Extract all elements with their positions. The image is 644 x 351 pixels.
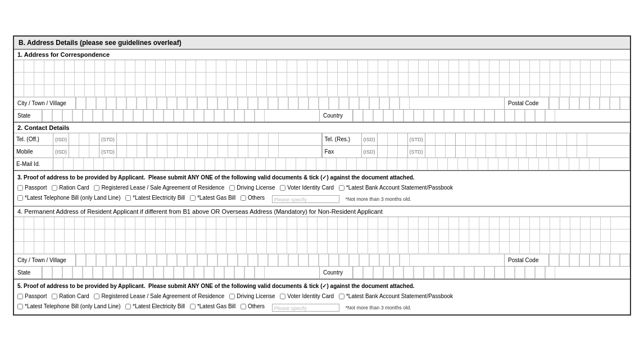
city-cell[interactable] — [329, 97, 339, 109]
char-box[interactable] — [267, 73, 277, 85]
char-box[interactable] — [24, 242, 34, 254]
char-box[interactable] — [570, 60, 580, 73]
char-box[interactable] — [176, 230, 186, 242]
char-box[interactable] — [237, 242, 247, 254]
char-box[interactable] — [75, 230, 85, 242]
checkbox-passport-3-input[interactable] — [17, 185, 23, 191]
email-cell[interactable] — [144, 158, 155, 170]
char-box[interactable] — [510, 230, 520, 242]
char-box[interactable] — [328, 230, 338, 242]
char-box[interactable] — [348, 73, 358, 85]
tel-cell[interactable] — [269, 146, 279, 158]
perm-city-cell[interactable] — [217, 254, 228, 266]
tel-cell[interactable] — [466, 133, 476, 145]
tel-cell[interactable] — [388, 133, 398, 145]
perm-city-cell[interactable] — [389, 254, 400, 266]
tel-cell[interactable] — [178, 146, 188, 158]
perm-city-cell[interactable] — [298, 254, 309, 266]
city-cell[interactable] — [116, 97, 126, 109]
char-box[interactable] — [125, 73, 135, 85]
perm-country-cell[interactable] — [495, 267, 505, 278]
char-box[interactable] — [611, 60, 621, 73]
checkbox-electricity-5[interactable]: *Latest Electricity Bill — [125, 302, 185, 311]
char-box[interactable] — [95, 73, 105, 85]
char-box[interactable] — [439, 230, 449, 242]
char-box[interactable] — [318, 73, 328, 85]
char-box[interactable] — [459, 85, 469, 97]
char-box[interactable] — [459, 60, 469, 73]
tel-cell[interactable] — [69, 133, 79, 145]
checkbox-passport-3[interactable]: Passport — [17, 183, 47, 192]
country-cell[interactable] — [515, 110, 525, 122]
char-box[interactable] — [368, 230, 378, 242]
char-box[interactable] — [75, 60, 85, 73]
city-cell[interactable] — [126, 97, 137, 109]
perm-state-cell[interactable] — [184, 267, 194, 278]
email-cell[interactable] — [134, 158, 144, 170]
state-cell[interactable] — [83, 110, 93, 122]
char-box[interactable] — [368, 73, 378, 85]
char-box[interactable] — [601, 230, 611, 242]
char-box[interactable] — [591, 60, 601, 73]
tel-cell[interactable] — [269, 133, 279, 145]
tel-cell[interactable] — [587, 146, 597, 158]
country-cell[interactable] — [424, 110, 434, 122]
char-box[interactable] — [419, 73, 429, 85]
char-box[interactable] — [459, 242, 469, 254]
tel-cell[interactable] — [537, 146, 547, 158]
char-box[interactable] — [580, 73, 591, 85]
char-box[interactable] — [580, 85, 591, 97]
char-box[interactable] — [429, 230, 439, 242]
char-box[interactable] — [358, 230, 368, 242]
char-box[interactable] — [439, 85, 449, 97]
char-box[interactable] — [75, 85, 85, 97]
char-box[interactable] — [429, 60, 439, 73]
country-cell[interactable] — [414, 110, 424, 122]
tel-cell[interactable] — [567, 133, 577, 145]
perm-country-cell[interactable] — [353, 267, 363, 278]
city-cell[interactable] — [96, 97, 106, 109]
char-box[interactable] — [540, 73, 550, 85]
city-cell[interactable] — [319, 97, 329, 109]
char-box[interactable] — [44, 230, 55, 242]
email-cell[interactable] — [326, 158, 337, 170]
char-box[interactable] — [449, 60, 459, 73]
char-box[interactable] — [75, 73, 85, 85]
char-box[interactable] — [247, 73, 257, 85]
char-box[interactable] — [237, 230, 247, 242]
state-cell[interactable] — [72, 110, 83, 122]
perm-city-cell[interactable] — [106, 254, 116, 266]
state-cell[interactable] — [103, 110, 113, 122]
char-box[interactable] — [591, 217, 601, 230]
checkbox-electricity-5-input[interactable] — [125, 304, 131, 309]
checkbox-lease-5-input[interactable] — [94, 294, 99, 299]
city-cell[interactable] — [389, 97, 400, 109]
city-cell[interactable] — [177, 97, 187, 109]
perm-state-cell[interactable] — [255, 267, 265, 278]
char-box[interactable] — [318, 85, 328, 97]
tel-cell[interactable] — [557, 146, 567, 158]
char-box[interactable] — [206, 230, 216, 242]
char-box[interactable] — [338, 73, 348, 85]
email-cell[interactable] — [104, 158, 114, 170]
char-box[interactable] — [318, 217, 328, 230]
char-box[interactable] — [520, 73, 530, 85]
char-box[interactable] — [65, 73, 75, 85]
perm-city-cell[interactable] — [76, 254, 86, 266]
char-box[interactable] — [348, 60, 358, 73]
email-cell[interactable] — [357, 158, 367, 170]
perm-city-cell[interactable] — [359, 254, 369, 266]
perm-city-cell[interactable] — [157, 254, 167, 266]
checkbox-ration-3-input[interactable] — [52, 185, 57, 191]
char-box[interactable] — [560, 217, 570, 230]
char-box[interactable] — [257, 242, 267, 254]
tel-cell[interactable] — [198, 133, 208, 145]
country-cell[interactable] — [474, 110, 484, 122]
state-cell[interactable] — [204, 110, 214, 122]
char-box[interactable] — [115, 242, 125, 254]
char-box[interactable] — [570, 230, 580, 242]
char-box[interactable] — [591, 73, 601, 85]
char-box[interactable] — [156, 85, 166, 97]
char-box[interactable] — [489, 230, 500, 242]
tel-cell[interactable] — [127, 146, 137, 158]
